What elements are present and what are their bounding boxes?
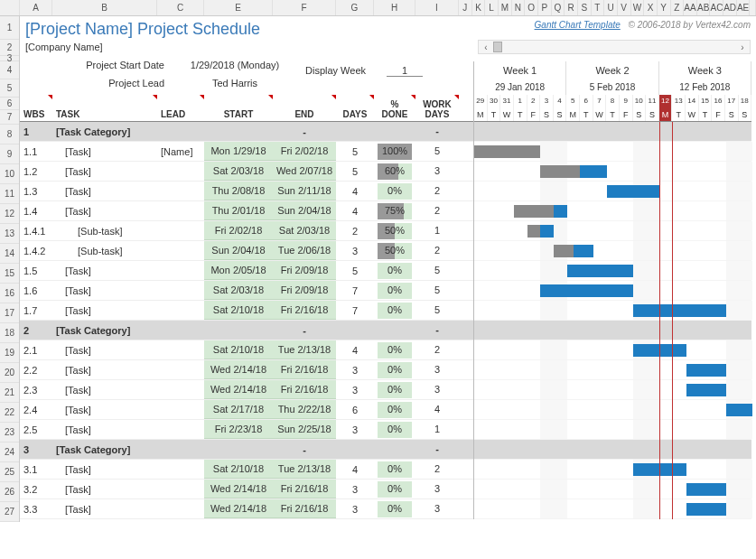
cell-start[interactable]: Wed 2/14/18 — [204, 380, 273, 399]
cell-start[interactable]: Sun 2/04/18 — [204, 241, 273, 260]
cell-days[interactable]: 6 — [336, 400, 374, 419]
cell-workdays[interactable]: - — [415, 440, 459, 459]
cell-wbs[interactable]: 3 — [20, 444, 52, 455]
cell-wbs[interactable]: 3.1 — [20, 464, 52, 475]
cell-workdays[interactable]: 2 — [415, 182, 459, 200]
cell-end[interactable]: Sun 2/11/18 — [273, 182, 336, 200]
cell-pct[interactable]: 0% — [374, 182, 415, 200]
cell-workdays[interactable]: - — [415, 122, 459, 141]
col-header-cell[interactable]: Q — [552, 0, 565, 15]
cell-workdays[interactable]: 1 — [415, 221, 459, 240]
task-row[interactable]: 2.3[Task]Wed 2/14/18Fri 2/16/1830%3 — [20, 380, 473, 400]
cell-start[interactable]: Sat 2/10/18 — [204, 460, 273, 479]
task-row[interactable]: 2.1[Task]Sat 2/10/18Tue 2/13/1840%2 — [20, 340, 473, 360]
cell-lead[interactable]: [Name] — [157, 146, 204, 157]
cell-start[interactable]: Thu 2/08/18 — [204, 182, 273, 200]
row-header-cell[interactable]: 16 — [0, 284, 19, 303]
gantt-bar[interactable] — [686, 364, 726, 377]
cell-days[interactable]: 4 — [336, 460, 374, 479]
cell-start[interactable]: Thu 2/01/18 — [204, 201, 273, 220]
cell-wbs[interactable]: 2.5 — [20, 424, 52, 435]
cell-days[interactable]: 7 — [336, 281, 374, 300]
cell-pct[interactable]: 0% — [374, 499, 415, 518]
cell-task[interactable]: [Task] — [52, 345, 157, 356]
scroll-thumb[interactable] — [493, 42, 502, 52]
cell-days[interactable]: 7 — [336, 301, 374, 320]
row-header-cell[interactable]: 20 — [0, 363, 19, 383]
cell-start[interactable]: Wed 2/14/18 — [204, 360, 273, 379]
cell-workdays[interactable]: 2 — [415, 460, 459, 479]
cell-workdays[interactable]: 5 — [415, 281, 459, 300]
gantt-bar[interactable] — [686, 503, 726, 516]
cell-end[interactable]: Tue 2/06/18 — [273, 241, 336, 260]
row-header-cell[interactable]: 5 — [0, 79, 19, 98]
cell-pct[interactable]: 0% — [374, 380, 415, 399]
col-end[interactable]: END — [273, 95, 336, 121]
cell-task[interactable]: [Task] — [52, 305, 157, 316]
row-header-cell[interactable]: 10 — [0, 164, 19, 184]
cell-task[interactable]: [Sub-task] — [52, 246, 157, 256]
cell-pct[interactable]: 60% — [374, 162, 415, 181]
gantt-bar[interactable] — [633, 344, 686, 357]
cell-pct[interactable] — [374, 321, 415, 340]
cell-start[interactable]: Sat 2/10/18 — [204, 301, 273, 320]
col-header-cell[interactable]: S — [578, 0, 592, 15]
col-header-cell[interactable]: K — [472, 0, 486, 15]
cell-days[interactable]: 4 — [336, 201, 374, 220]
cell-workdays[interactable]: 2 — [415, 340, 459, 359]
task-row[interactable]: 2.2[Task]Wed 2/14/18Fri 2/16/1830%3 — [20, 360, 473, 380]
col-days[interactable]: DAYS — [336, 95, 374, 121]
cell-days[interactable] — [336, 122, 374, 141]
cell-task[interactable]: [Task Category] — [52, 444, 157, 455]
cell-pct[interactable]: 0% — [374, 460, 415, 479]
cell-start[interactable] — [204, 122, 273, 141]
cell-days[interactable]: 3 — [336, 360, 374, 379]
row-header-cell[interactable]: 12 — [0, 204, 19, 224]
cell-pct[interactable] — [374, 122, 415, 141]
scroll-track[interactable] — [493, 41, 735, 53]
task-row[interactable]: 1.3[Task]Thu 2/08/18Sun 2/11/1840%2 — [20, 182, 473, 201]
col-header-cell[interactable]: E — [204, 0, 273, 15]
task-row[interactable]: 1.4.2[Sub-task]Sun 2/04/18Tue 2/06/18350… — [20, 241, 473, 261]
cell-start[interactable]: Fri 2/02/18 — [204, 221, 273, 240]
task-row[interactable]: 1.1[Task][Name]Mon 1/29/18Fri 2/02/18510… — [20, 142, 473, 162]
gantt-bar[interactable] — [540, 284, 633, 297]
category-row[interactable]: 1[Task Category]-- — [20, 122, 473, 142]
cell-wbs[interactable]: 2.4 — [20, 405, 52, 415]
cell-task[interactable]: [Task] — [52, 186, 157, 197]
col-header-cell[interactable]: T — [592, 0, 605, 15]
cell-wbs[interactable]: 1.7 — [20, 305, 52, 316]
scroll-left-icon[interactable]: ‹ — [479, 42, 493, 52]
cell-end[interactable]: Wed 2/07/18 — [273, 162, 336, 181]
cell-end[interactable]: Sat 2/03/18 — [273, 221, 336, 240]
col-header-cell[interactable]: O — [525, 0, 538, 15]
cell-end[interactable]: Sun 2/25/18 — [273, 420, 336, 439]
cell-end[interactable]: - — [273, 122, 336, 141]
task-row[interactable]: 2.5[Task]Fri 2/23/18Sun 2/25/1830%1 — [20, 420, 473, 440]
cell-start[interactable]: Mon 1/29/18 — [204, 142, 273, 161]
cell-pct[interactable]: 0% — [374, 400, 415, 419]
row-header-cell[interactable]: 18 — [0, 323, 19, 343]
row-header-cell[interactable]: 25 — [0, 462, 19, 482]
cell-task[interactable]: [Task Category] — [52, 126, 157, 137]
cell-pct[interactable]: 100% — [374, 142, 415, 161]
template-link[interactable]: Gantt Chart Template — [535, 20, 621, 30]
task-row[interactable]: 2.4[Task]Sat 2/17/18Thu 2/22/1860%4 — [20, 400, 473, 420]
cell-start[interactable]: Sat 2/17/18 — [204, 400, 273, 419]
cell-task[interactable]: [Sub-task] — [52, 226, 157, 237]
col-header-cell[interactable]: F — [273, 0, 336, 15]
gantt-bar[interactable] — [686, 483, 726, 496]
row-header-cell[interactable]: 7 — [0, 110, 19, 125]
cell-start[interactable]: Wed 2/14/18 — [204, 499, 273, 518]
row-header-cell[interactable]: 4 — [0, 61, 19, 79]
col-header-cell[interactable]: J — [459, 0, 472, 15]
cell-days[interactable] — [336, 321, 374, 340]
scroll-right-icon[interactable]: › — [735, 42, 750, 52]
cell-task[interactable]: [Task] — [52, 405, 157, 415]
cell-wbs[interactable]: 1.6 — [20, 285, 52, 296]
col-header-cell[interactable]: W — [631, 0, 645, 15]
cell-days[interactable] — [336, 440, 374, 459]
cell-workdays[interactable]: 4 — [415, 400, 459, 419]
cell-end[interactable]: Tue 2/13/18 — [273, 460, 336, 479]
col-header-cell[interactable]: H — [374, 0, 415, 15]
